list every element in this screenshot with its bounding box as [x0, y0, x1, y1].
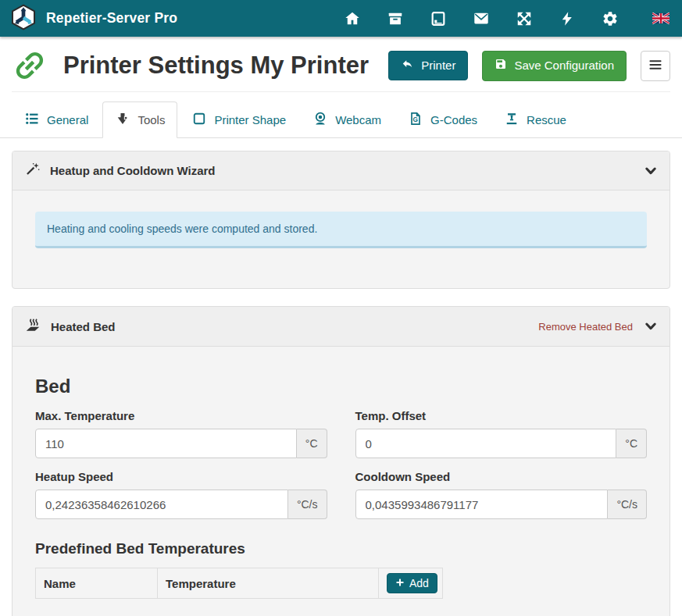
temp-offset-input[interactable] — [355, 429, 617, 458]
heatup-speed-label: Heatup Speed — [35, 470, 327, 483]
repetier-logo-icon — [10, 4, 37, 34]
field-temp-offset: Temp. Offset °C — [355, 409, 648, 458]
cooldown-speed-label: Cooldown Speed — [355, 470, 648, 483]
svg-text:G: G — [413, 116, 418, 123]
tab-general[interactable]: General — [12, 101, 101, 138]
plus-icon — [395, 577, 405, 589]
home-icon[interactable] — [344, 10, 361, 27]
brand[interactable]: Repetier-Server Pro — [10, 4, 177, 34]
max-temperature-unit: °C — [297, 429, 327, 458]
field-cooldown-speed: Cooldown Speed °C/s — [355, 470, 648, 519]
tab-gcodes[interactable]: G G-Codes — [395, 101, 490, 138]
cooldown-speed-unit: °C/s — [608, 490, 647, 519]
field-max-temperature: Max. Temperature °C — [35, 409, 327, 458]
heated-bed-panel-body: Bed Max. Temperature °C Temp. Offset °C … — [12, 376, 670, 616]
max-temperature-label: Max. Temperature — [35, 409, 327, 422]
expand-icon[interactable] — [516, 10, 533, 27]
chevron-down-icon[interactable] — [644, 164, 658, 178]
heated-bed-panel-header[interactable]: Heated Bed Remove Heated Bed — [12, 307, 670, 347]
cooldown-speed-input[interactable] — [355, 490, 609, 519]
field-heatup-speed: Heatup Speed °C/s — [35, 470, 327, 519]
archive-icon[interactable] — [387, 10, 404, 27]
heatup-speed-input[interactable] — [35, 490, 288, 519]
header-divider — [12, 91, 670, 92]
settings-tabs: General Tools Printer Shape Webcam G G-C… — [0, 101, 682, 138]
gcode-file-icon: G — [408, 111, 423, 129]
gear-icon[interactable] — [602, 10, 619, 27]
column-header-temperature: Temperature — [158, 568, 379, 599]
wizard-status-alert: Heating and cooling speeds were computed… — [35, 212, 647, 248]
brand-title: Repetier-Server Pro — [46, 10, 177, 27]
rescue-icon — [504, 111, 520, 129]
tab-rescue[interactable]: Rescue — [491, 101, 579, 138]
wizard-panel: Heatup and Cooldown Wizard Heating and c… — [12, 151, 670, 289]
chevron-down-icon[interactable] — [644, 319, 658, 333]
page-title: Printer Settings My Printer — [63, 52, 369, 80]
max-temperature-input[interactable] — [35, 429, 297, 458]
table-header-row: Name Temperature Add — [36, 568, 443, 599]
heated-bed-panel: Heated Bed Remove Heated Bed Bed Max. Te… — [12, 306, 670, 616]
temp-offset-label: Temp. Offset — [355, 409, 648, 422]
printer-button[interactable]: Printer — [388, 51, 468, 80]
back-arrow-icon — [401, 58, 414, 73]
save-icon — [495, 58, 507, 74]
header-actions: Printer Save Configuration — [388, 51, 670, 81]
tab-printer-shape[interactable]: Printer Shape — [179, 101, 298, 138]
heated-bed-icon — [24, 316, 41, 336]
add-temperature-button[interactable]: Add — [387, 573, 437, 593]
bolt-icon[interactable] — [559, 10, 576, 27]
column-header-action: Add — [379, 568, 443, 599]
tab-tools[interactable]: Tools — [102, 101, 177, 138]
list-icon — [24, 111, 40, 129]
wizard-panel-body: Heating and cooling speeds were computed… — [12, 190, 670, 288]
hamburger-icon — [648, 63, 663, 75]
wand-icon — [24, 161, 41, 180]
bed-section-title: Bed — [35, 376, 647, 397]
bed-settings-form: Max. Temperature °C Temp. Offset °C Heat… — [35, 409, 647, 519]
uk-flag-icon[interactable] — [652, 10, 670, 27]
webcam-icon — [312, 111, 328, 129]
remove-heated-bed-link[interactable]: Remove Heated Bed — [538, 321, 633, 333]
predefined-temps-title: Predefined Bed Temperatures — [35, 540, 647, 557]
wizard-panel-header[interactable]: Heatup and Cooldown Wizard — [12, 151, 670, 190]
navbar-actions — [344, 10, 670, 27]
square-icon — [191, 111, 207, 129]
menu-button[interactable] — [641, 51, 670, 81]
save-configuration-button[interactable]: Save Configuration — [482, 51, 627, 81]
printer-frame-icon[interactable] — [430, 10, 447, 27]
chain-link-icon — [12, 48, 48, 84]
top-navbar: Repetier-Server Pro — [0, 0, 682, 37]
temp-offset-unit: °C — [616, 429, 647, 458]
tab-webcam[interactable]: Webcam — [300, 101, 394, 138]
predefined-temps-table: Name Temperature Add — [35, 568, 443, 599]
column-header-name: Name — [36, 568, 158, 599]
heated-bed-panel-title: Heated Bed — [51, 320, 116, 333]
heatup-speed-unit: °C/s — [288, 490, 327, 519]
mail-icon[interactable] — [473, 10, 490, 27]
wizard-panel-title: Heatup and Cooldown Wizard — [50, 164, 216, 177]
extruder-icon — [115, 111, 130, 129]
page-header: Printer Settings My Printer Printer Save… — [0, 37, 682, 84]
